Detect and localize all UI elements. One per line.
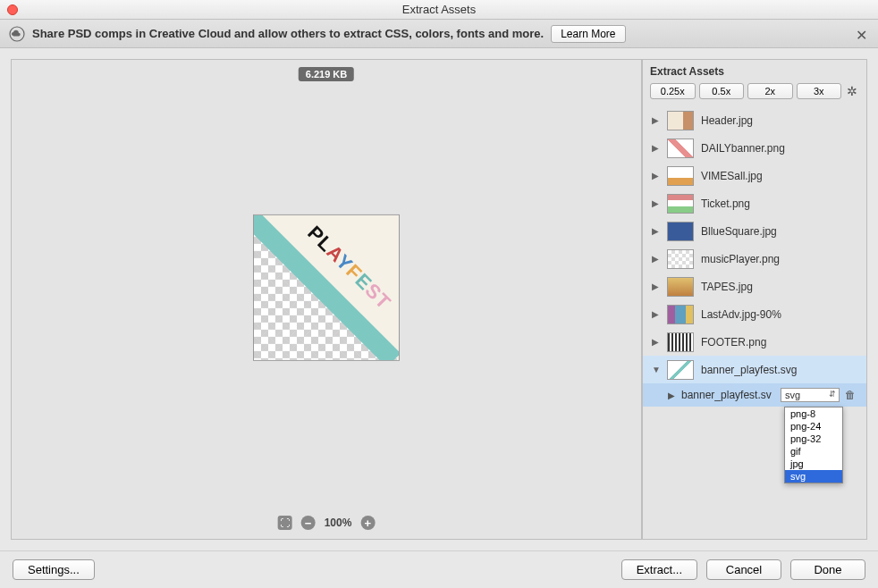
asset-item-banner-playfest[interactable]: ▼ banner_playfest.svg	[643, 356, 866, 383]
extract-button[interactable]: Extract...	[621, 559, 697, 580]
asset-name: FOOTER.png	[701, 336, 766, 349]
asset-name: DAILYbanner.png	[701, 142, 785, 155]
window-titlebar: Extract Assets	[0, 0, 878, 20]
fit-screen-icon[interactable]: ⛶	[278, 516, 292, 530]
dialog-footer: Settings... Extract... Cancel Done	[0, 550, 878, 588]
traffic-lights	[7, 4, 18, 15]
close-window-button[interactable]	[7, 4, 18, 15]
sidebar-title: Extract Assets	[650, 65, 859, 78]
asset-name: musicPlayer.png	[701, 253, 780, 265]
asset-item-dailybanner[interactable]: ▶ DAILYbanner.png	[643, 134, 866, 162]
expand-icon[interactable]: ▶	[652, 115, 660, 125]
banner-close-icon[interactable]: ✕	[856, 27, 867, 44]
format-option-jpg[interactable]: jpg	[785, 458, 842, 470]
asset-thumb	[667, 332, 694, 352]
expand-icon[interactable]: ▶	[652, 281, 660, 291]
asset-item-ticket[interactable]: ▶ Ticket.png	[643, 189, 866, 217]
file-size-badge: 6.219 KB	[299, 67, 354, 81]
asset-name: Ticket.png	[701, 197, 750, 210]
format-dropdown[interactable]: png-8 png-24 png-32 gif jpg svg	[784, 407, 843, 483]
creative-cloud-icon	[9, 26, 25, 42]
expand-icon[interactable]: ▶	[652, 171, 660, 181]
main-content: 6.219 KB PLAYFEST ⛶ − 100% + Extract Ass…	[0, 48, 878, 550]
asset-name: LastAdv.jpg-90%	[701, 308, 781, 321]
zoom-in-button[interactable]: +	[360, 516, 375, 530]
asset-item-bluesquare[interactable]: ▶ BllueSquare.jpg	[643, 217, 866, 245]
preview-panel: 6.219 KB PLAYFEST ⛶ − 100% +	[11, 59, 642, 540]
assets-sidebar: Extract Assets 0.25x 0.5x 2x 3x ✲ ▶ Head…	[642, 59, 867, 540]
format-option-gif[interactable]: gif	[785, 445, 842, 458]
asset-item-lastadv[interactable]: ▶ LastAdv.jpg-90%	[643, 300, 866, 328]
banner-message: Share PSD comps in Creative Cloud and al…	[32, 27, 544, 40]
zoom-controls: ⛶ − 100% +	[278, 516, 376, 530]
collapse-icon[interactable]: ▼	[652, 365, 660, 374]
done-button[interactable]: Done	[790, 559, 865, 580]
format-option-png8[interactable]: png-8	[785, 407, 842, 420]
asset-list: ▶ Header.jpg ▶ DAILYbanner.png ▶ VIMESal…	[643, 106, 866, 539]
expand-icon[interactable]: ▶	[652, 254, 660, 264]
settings-button[interactable]: Settings...	[13, 559, 95, 580]
zoom-out-button[interactable]: −	[301, 516, 316, 530]
zoom-level: 100%	[325, 517, 352, 529]
sub-asset-row[interactable]: ▶ banner_playfest.sv svg 🗑	[643, 383, 866, 407]
format-option-png24[interactable]: png-24	[785, 420, 842, 433]
asset-thumb	[667, 194, 694, 214]
asset-item-tapes[interactable]: ▶ TAPES.jpg	[643, 273, 866, 300]
scale-05x-button[interactable]: 0.5x	[699, 83, 745, 99]
asset-name: banner_playfest.svg	[701, 364, 797, 376]
scale-3x-button[interactable]: 3x	[797, 83, 842, 99]
asset-name: TAPES.jpg	[701, 281, 753, 293]
asset-name: Header.jpg	[701, 114, 753, 127]
expand-icon[interactable]: ▶	[652, 226, 660, 236]
expand-icon[interactable]: ▶	[668, 391, 676, 400]
window-title: Extract Assets	[402, 3, 476, 16]
asset-thumb	[667, 222, 694, 241]
info-banner: Share PSD comps in Creative Cloud and al…	[0, 20, 878, 48]
delete-icon[interactable]: 🗑	[845, 389, 857, 401]
asset-thumb	[667, 360, 694, 380]
expand-icon[interactable]: ▶	[652, 198, 660, 208]
asset-name: VIMESall.jpg	[701, 170, 763, 182]
sub-asset-name: banner_playfest.sv	[681, 389, 775, 401]
asset-thumb	[667, 111, 694, 130]
asset-item-header[interactable]: ▶ Header.jpg	[643, 106, 866, 134]
expand-icon[interactable]: ▶	[652, 143, 660, 153]
scale-025x-button[interactable]: 0.25x	[650, 83, 696, 99]
asset-item-vimesall[interactable]: ▶ VIMESall.jpg	[643, 162, 866, 189]
format-select[interactable]: svg	[781, 388, 840, 402]
asset-name: BllueSquare.jpg	[701, 225, 777, 238]
asset-thumb	[667, 249, 694, 269]
asset-thumb	[667, 305, 694, 324]
asset-preview: PLAYFEST	[253, 214, 400, 361]
asset-thumb	[667, 166, 694, 186]
scale-2x-button[interactable]: 2x	[747, 83, 793, 99]
asset-item-footer[interactable]: ▶ FOOTER.png	[643, 328, 866, 356]
sidebar-header: Extract Assets 0.25x 0.5x 2x 3x ✲	[643, 60, 866, 106]
format-option-png32[interactable]: png-32	[785, 433, 842, 445]
scale-buttons-row: 0.25x 0.5x 2x 3x ✲	[650, 83, 859, 99]
asset-thumb	[667, 139, 694, 158]
learn-more-button[interactable]: Learn More	[551, 25, 625, 43]
settings-gear-icon[interactable]: ✲	[845, 84, 859, 98]
asset-item-musicplayer[interactable]: ▶ musicPlayer.png	[643, 245, 866, 273]
asset-thumb	[667, 277, 694, 297]
cancel-button[interactable]: Cancel	[706, 559, 781, 580]
expand-icon[interactable]: ▶	[652, 337, 660, 347]
format-option-svg[interactable]: svg	[785, 470, 842, 483]
expand-icon[interactable]: ▶	[652, 309, 660, 319]
